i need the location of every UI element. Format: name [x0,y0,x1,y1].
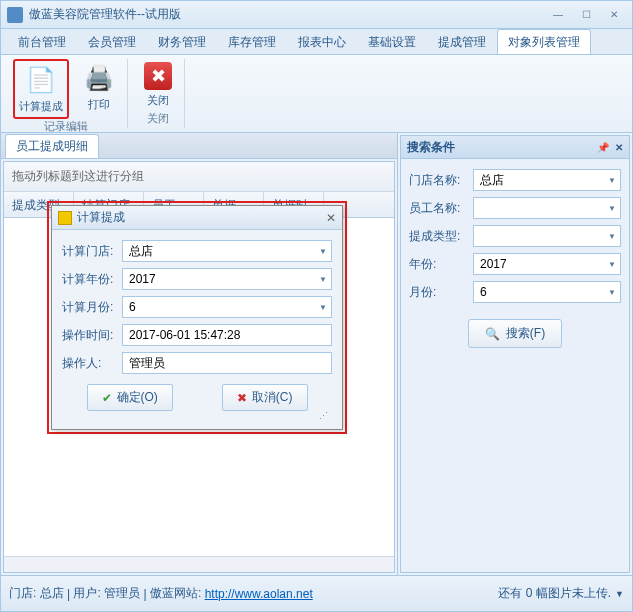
main-tab-5[interactable]: 基础设置 [357,29,427,54]
关闭-icon: ✖ [144,62,172,90]
cancel-button[interactable]: ✖ 取消(C) [222,384,308,411]
status-site-label: 傲蓝网站: [150,585,201,602]
search-label: 年份: [409,256,473,273]
main-tab-1[interactable]: 会员管理 [77,29,147,54]
panel-body: 门店名称:▼员工名称:▼提成类型:▼年份:▼月份:▼ 🔍 搜索(F) [400,159,630,573]
dialog-input-4[interactable] [122,352,332,374]
dialog-row-3: 操作时间: [62,324,332,346]
sub-tab-detail[interactable]: 员工提成明细 [5,134,99,158]
status-store-label: 门店: [9,585,36,602]
ribbon-group-1: ✖关闭关闭 [132,59,185,128]
close-window-button[interactable]: ✕ [602,7,626,23]
chevron-down-icon[interactable]: ▼ [608,288,616,297]
计算提成-icon: 📄 [25,64,57,96]
search-row-2: 提成类型:▼ [409,225,621,247]
search-input-0[interactable]: ▼ [473,169,621,191]
ribbon-item-打印[interactable]: 🖨️打印 [79,59,119,119]
dialog-label: 计算月份: [62,299,122,316]
main-tab-0[interactable]: 前台管理 [7,29,77,54]
main-tabs: 前台管理会员管理财务管理库存管理报表中心基础设置提成管理对象列表管理 [1,29,632,55]
pin-icon[interactable]: 📌 [597,142,609,153]
dialog-input-field[interactable] [127,327,327,343]
search-input-field[interactable] [478,200,608,216]
ribbon-group-0: 📄计算提成🖨️打印记录编辑 [5,59,128,128]
dialog-input-field[interactable] [127,271,319,287]
horizontal-scrollbar[interactable] [4,556,394,572]
dialog-input-2[interactable]: ▼ [122,296,332,318]
panel-close-button[interactable]: ✕ [615,142,623,153]
search-label: 员工名称: [409,200,473,217]
dialog-row-0: 计算门店:▼ [62,240,332,262]
chevron-down-icon[interactable]: ▼ [608,260,616,269]
search-input-field[interactable] [478,228,608,244]
dialog-input-1[interactable]: ▼ [122,268,332,290]
search-input-field[interactable] [478,256,608,272]
ok-button[interactable]: ✔ 确定(O) [87,384,173,411]
ribbon-item-label: 打印 [88,97,110,112]
status-store: 总店 [40,585,64,602]
search-label: 月份: [409,284,473,301]
status-upload: 还有 0 幅图片未上传. [498,585,611,602]
dialog-label: 操作人: [62,355,122,372]
app-icon [7,7,23,23]
main-tab-2[interactable]: 财务管理 [147,29,217,54]
search-row-1: 员工名称:▼ [409,197,621,219]
left-pane: 员工提成明细 拖动列标题到这进行分组 提成类型结算门店员工单据单据时 计算提成 … [1,133,398,575]
chevron-down-icon[interactable]: ▼ [608,176,616,185]
main-tab-7[interactable]: 对象列表管理 [497,29,591,54]
panel-title: 搜索条件 [407,139,455,156]
search-input-1[interactable]: ▼ [473,197,621,219]
chevron-down-icon[interactable]: ▼ [615,589,624,599]
magnifier-icon: 🔍 [485,327,500,341]
window-title: 傲蓝美容院管理软件--试用版 [29,6,546,23]
chevron-down-icon[interactable]: ▼ [608,232,616,241]
content-area: 员工提成明细 拖动列标题到这进行分组 提成类型结算门店员工单据单据时 计算提成 … [1,133,632,575]
dialog-label: 计算门店: [62,243,122,260]
status-user: 管理员 [104,585,140,602]
ribbon-item-关闭[interactable]: ✖关闭 [140,59,176,111]
search-input-field[interactable] [478,172,608,188]
resize-grip[interactable]: ⋰ [62,411,332,421]
chevron-down-icon[interactable]: ▼ [319,303,327,312]
main-tab-4[interactable]: 报表中心 [287,29,357,54]
dialog-input-field[interactable] [127,299,319,315]
chevron-down-icon[interactable]: ▼ [319,247,327,256]
maximize-button[interactable]: ☐ [574,7,598,23]
main-tab-6[interactable]: 提成管理 [427,29,497,54]
dialog-label: 计算年份: [62,271,122,288]
status-site-link[interactable]: http://www.aolan.net [205,587,313,601]
ok-button-label: 确定(O) [117,389,158,406]
打印-icon: 🖨️ [83,62,115,94]
search-input-2[interactable]: ▼ [473,225,621,247]
panel-header: 搜索条件 📌 ✕ [400,135,630,159]
dialog-title-bar: 计算提成 ✕ [52,206,342,230]
search-input-3[interactable]: ▼ [473,253,621,275]
search-panel: 搜索条件 📌 ✕ 门店名称:▼员工名称:▼提成类型:▼年份:▼月份:▼ 🔍 搜索… [398,133,632,575]
dialog-label: 操作时间: [62,327,122,344]
sub-tabs: 员工提成明细 [1,133,397,159]
search-button[interactable]: 🔍 搜索(F) [468,319,562,348]
ribbon-group-label: 关闭 [140,111,176,128]
dialog-input-field[interactable] [127,243,319,259]
chevron-down-icon[interactable]: ▼ [319,275,327,284]
main-tab-3[interactable]: 库存管理 [217,29,287,54]
dialog-title-text: 计算提成 [77,209,125,226]
search-row-0: 门店名称:▼ [409,169,621,191]
ribbon-item-label: 计算提成 [19,99,63,114]
dialog-close-button[interactable]: ✕ [326,211,336,225]
ribbon-item-label: 关闭 [147,93,169,108]
ribbon-item-计算提成[interactable]: 📄计算提成 [13,59,69,119]
search-input-field[interactable] [478,284,608,300]
search-input-4[interactable]: ▼ [473,281,621,303]
dialog-input-field[interactable] [127,355,327,371]
check-icon: ✔ [102,391,112,405]
dialog-input-3[interactable] [122,324,332,346]
dialog-icon [58,211,72,225]
cross-icon: ✖ [237,391,247,405]
cancel-button-label: 取消(C) [252,389,293,406]
ribbon: 📄计算提成🖨️打印记录编辑✖关闭关闭 [1,55,632,133]
dialog-input-0[interactable]: ▼ [122,240,332,262]
chevron-down-icon[interactable]: ▼ [608,204,616,213]
search-row-3: 年份:▼ [409,253,621,275]
minimize-button[interactable]: — [546,7,570,23]
